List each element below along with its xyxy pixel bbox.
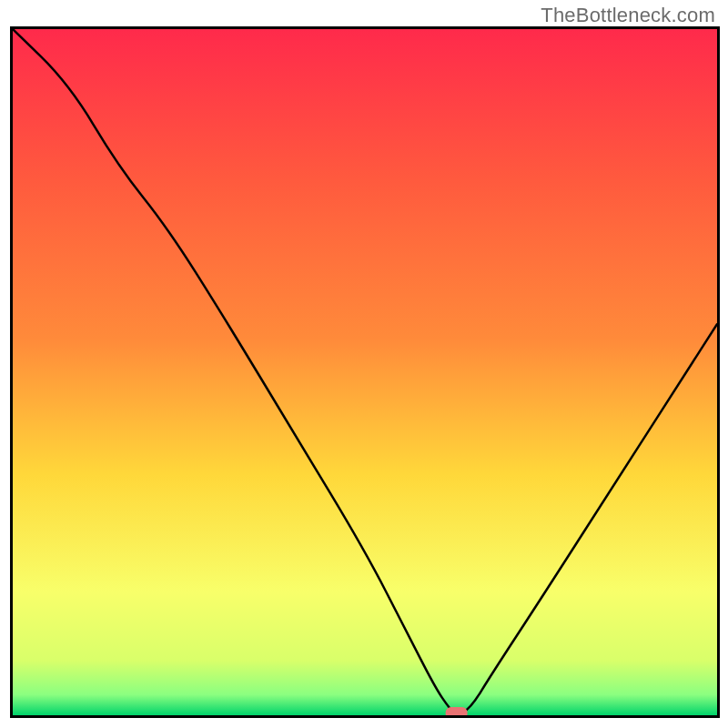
attribution-text: TheBottleneck.com [541, 4, 715, 27]
bottleneck-chart [10, 26, 720, 718]
chart-svg [13, 29, 717, 715]
optimal-point-marker [446, 707, 468, 715]
chart-background-gradient [13, 29, 717, 715]
